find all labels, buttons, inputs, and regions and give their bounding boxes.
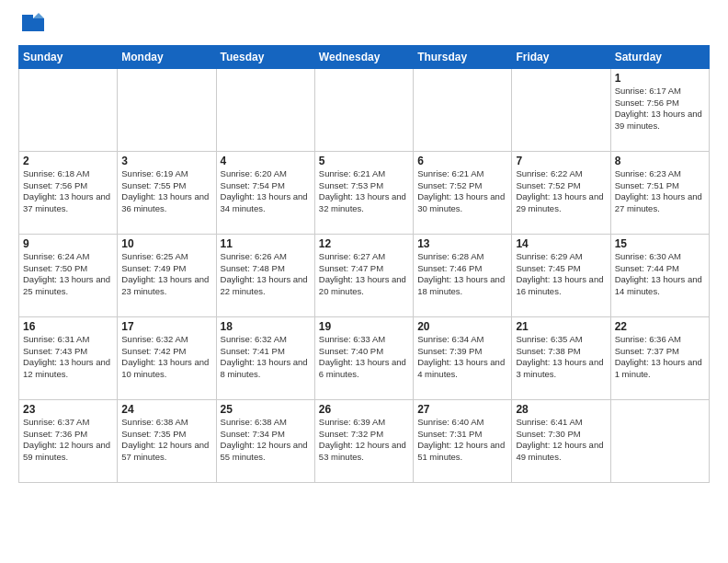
day-info: Sunrise: 6:23 AM Sunset: 7:51 PM Dayligh…: [615, 168, 705, 215]
calendar-cell: 20Sunrise: 6:34 AM Sunset: 7:39 PM Dayli…: [414, 316, 512, 399]
page: SundayMondayTuesdayWednesdayThursdayFrid…: [0, 0, 728, 492]
calendar-cell: 22Sunrise: 6:36 AM Sunset: 7:37 PM Dayli…: [610, 316, 709, 399]
day-info: Sunrise: 6:20 AM Sunset: 7:54 PM Dayligh…: [221, 168, 311, 215]
calendar-cell: [610, 399, 709, 482]
week-row-2: 2Sunrise: 6:18 AM Sunset: 7:56 PM Daylig…: [19, 151, 710, 234]
day-info: Sunrise: 6:24 AM Sunset: 7:50 PM Dayligh…: [23, 251, 113, 298]
day-number: 11: [221, 237, 311, 250]
day-number: 3: [121, 155, 211, 167]
calendar: SundayMondayTuesdayWednesdayThursdayFrid…: [18, 45, 710, 483]
week-row-3: 9Sunrise: 6:24 AM Sunset: 7:50 PM Daylig…: [19, 234, 710, 316]
day-info: Sunrise: 6:35 AM Sunset: 7:38 PM Dayligh…: [516, 334, 606, 381]
weekday-header-saturday: Saturday: [610, 45, 709, 68]
day-number: 23: [23, 403, 113, 416]
day-info: Sunrise: 6:34 AM Sunset: 7:39 PM Dayligh…: [417, 334, 507, 381]
day-info: Sunrise: 6:33 AM Sunset: 7:40 PM Dayligh…: [319, 334, 409, 381]
svg-marker-1: [33, 13, 44, 18]
calendar-cell: 14Sunrise: 6:29 AM Sunset: 7:45 PM Dayli…: [512, 234, 610, 316]
day-number: 4: [221, 155, 311, 167]
day-info: Sunrise: 6:21 AM Sunset: 7:52 PM Dayligh…: [417, 168, 507, 215]
day-number: 10: [121, 237, 211, 250]
calendar-cell: 1Sunrise: 6:17 AM Sunset: 7:56 PM Daylig…: [610, 68, 709, 151]
calendar-cell: [414, 68, 512, 151]
day-number: 18: [221, 320, 311, 333]
day-number: 9: [23, 237, 113, 250]
day-number: 19: [319, 320, 409, 333]
day-info: Sunrise: 6:31 AM Sunset: 7:43 PM Dayligh…: [23, 334, 113, 381]
calendar-cell: 25Sunrise: 6:38 AM Sunset: 7:34 PM Dayli…: [216, 399, 314, 482]
day-number: 24: [121, 403, 211, 416]
day-number: 27: [417, 403, 507, 416]
calendar-cell: 2Sunrise: 6:18 AM Sunset: 7:56 PM Daylig…: [19, 151, 118, 234]
calendar-cell: 28Sunrise: 6:41 AM Sunset: 7:30 PM Dayli…: [512, 399, 610, 482]
calendar-cell: 5Sunrise: 6:21 AM Sunset: 7:53 PM Daylig…: [314, 151, 413, 234]
day-number: 6: [417, 155, 507, 167]
calendar-cell: 19Sunrise: 6:33 AM Sunset: 7:40 PM Dayli…: [314, 316, 413, 399]
day-info: Sunrise: 6:32 AM Sunset: 7:41 PM Dayligh…: [221, 334, 311, 381]
week-row-5: 23Sunrise: 6:37 AM Sunset: 7:36 PM Dayli…: [19, 399, 710, 482]
calendar-cell: [216, 68, 314, 151]
day-info: Sunrise: 6:28 AM Sunset: 7:46 PM Dayligh…: [417, 251, 507, 298]
day-info: Sunrise: 6:32 AM Sunset: 7:42 PM Dayligh…: [121, 334, 211, 381]
weekday-header-wednesday: Wednesday: [314, 45, 413, 68]
day-info: Sunrise: 6:40 AM Sunset: 7:31 PM Dayligh…: [417, 417, 507, 464]
day-info: Sunrise: 6:17 AM Sunset: 7:56 PM Dayligh…: [615, 86, 705, 132]
day-info: Sunrise: 6:39 AM Sunset: 7:32 PM Dayligh…: [319, 417, 409, 464]
day-number: 15: [615, 237, 705, 250]
calendar-cell: 8Sunrise: 6:23 AM Sunset: 7:51 PM Daylig…: [610, 151, 709, 234]
calendar-cell: 4Sunrise: 6:20 AM Sunset: 7:54 PM Daylig…: [216, 151, 314, 234]
day-info: Sunrise: 6:30 AM Sunset: 7:44 PM Dayligh…: [615, 251, 705, 298]
week-row-4: 16Sunrise: 6:31 AM Sunset: 7:43 PM Dayli…: [19, 316, 710, 399]
day-info: Sunrise: 6:36 AM Sunset: 7:37 PM Dayligh…: [615, 334, 705, 381]
day-info: Sunrise: 6:27 AM Sunset: 7:47 PM Dayligh…: [319, 251, 409, 298]
calendar-cell: 6Sunrise: 6:21 AM Sunset: 7:52 PM Daylig…: [414, 151, 512, 234]
calendar-cell: 27Sunrise: 6:40 AM Sunset: 7:31 PM Dayli…: [414, 399, 512, 482]
calendar-cell: 9Sunrise: 6:24 AM Sunset: 7:50 PM Daylig…: [19, 234, 118, 316]
calendar-cell: 23Sunrise: 6:37 AM Sunset: 7:36 PM Dayli…: [19, 399, 118, 482]
day-number: 2: [23, 155, 113, 167]
day-number: 8: [615, 155, 705, 167]
day-number: 1: [615, 72, 705, 85]
calendar-cell: [512, 68, 610, 151]
calendar-cell: 7Sunrise: 6:22 AM Sunset: 7:52 PM Daylig…: [512, 151, 610, 234]
calendar-cell: 26Sunrise: 6:39 AM Sunset: 7:32 PM Dayli…: [314, 399, 413, 482]
calendar-cell: 18Sunrise: 6:32 AM Sunset: 7:41 PM Dayli…: [216, 316, 314, 399]
calendar-cell: 10Sunrise: 6:25 AM Sunset: 7:49 PM Dayli…: [118, 234, 216, 316]
weekday-header-monday: Monday: [118, 45, 216, 68]
day-info: Sunrise: 6:29 AM Sunset: 7:45 PM Dayligh…: [516, 251, 606, 298]
day-number: 20: [417, 320, 507, 333]
calendar-cell: 11Sunrise: 6:26 AM Sunset: 7:48 PM Dayli…: [216, 234, 314, 316]
day-info: Sunrise: 6:38 AM Sunset: 7:35 PM Dayligh…: [121, 417, 211, 464]
calendar-cell: 21Sunrise: 6:35 AM Sunset: 7:38 PM Dayli…: [512, 316, 610, 399]
day-number: 17: [121, 320, 211, 333]
logo: [18, 15, 46, 38]
week-row-1: 1Sunrise: 6:17 AM Sunset: 7:56 PM Daylig…: [19, 68, 710, 151]
weekday-header-row: SundayMondayTuesdayWednesdayThursdayFrid…: [19, 45, 710, 68]
header: [18, 15, 710, 38]
calendar-cell: [19, 68, 118, 151]
day-info: Sunrise: 6:26 AM Sunset: 7:48 PM Dayligh…: [221, 251, 311, 298]
day-number: 13: [417, 237, 507, 250]
day-number: 26: [319, 403, 409, 416]
day-info: Sunrise: 6:25 AM Sunset: 7:49 PM Dayligh…: [121, 251, 211, 298]
day-number: 7: [516, 155, 606, 167]
day-number: 16: [23, 320, 113, 333]
day-number: 12: [319, 237, 409, 250]
calendar-cell: [118, 68, 216, 151]
weekday-header-sunday: Sunday: [19, 45, 118, 68]
calendar-cell: 12Sunrise: 6:27 AM Sunset: 7:47 PM Dayli…: [314, 234, 413, 316]
weekday-header-thursday: Thursday: [414, 45, 512, 68]
calendar-cell: 16Sunrise: 6:31 AM Sunset: 7:43 PM Dayli…: [19, 316, 118, 399]
weekday-header-tuesday: Tuesday: [216, 45, 314, 68]
calendar-cell: 24Sunrise: 6:38 AM Sunset: 7:35 PM Dayli…: [118, 399, 216, 482]
calendar-cell: 13Sunrise: 6:28 AM Sunset: 7:46 PM Dayli…: [414, 234, 512, 316]
day-number: 28: [516, 403, 606, 416]
day-number: 22: [615, 320, 705, 333]
calendar-cell: 17Sunrise: 6:32 AM Sunset: 7:42 PM Dayli…: [118, 316, 216, 399]
calendar-cell: 3Sunrise: 6:19 AM Sunset: 7:55 PM Daylig…: [118, 151, 216, 234]
day-number: 25: [221, 403, 311, 416]
day-info: Sunrise: 6:37 AM Sunset: 7:36 PM Dayligh…: [23, 417, 113, 464]
day-info: Sunrise: 6:38 AM Sunset: 7:34 PM Dayligh…: [221, 417, 311, 464]
day-info: Sunrise: 6:18 AM Sunset: 7:56 PM Dayligh…: [23, 168, 113, 215]
day-number: 5: [319, 155, 409, 167]
